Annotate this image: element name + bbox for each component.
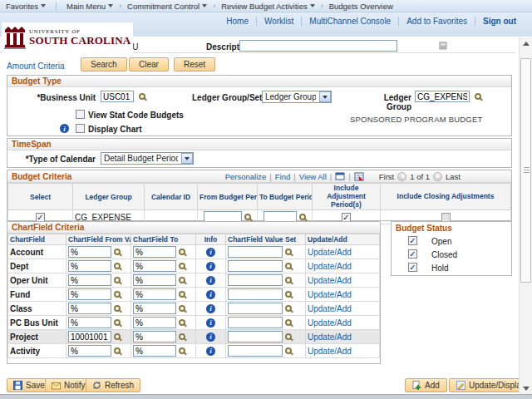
info-icon[interactable] — [206, 262, 215, 271]
info-icon[interactable] — [206, 276, 215, 285]
lookup-icon[interactable] — [285, 305, 292, 312]
value-set-input[interactable] — [228, 331, 283, 342]
value-set-input[interactable] — [228, 260, 283, 272]
update-add-link[interactable]: Update/Add — [308, 304, 352, 313]
update-add-link[interactable]: Update/Add — [308, 318, 352, 328]
download-to-excel-icon[interactable] — [354, 172, 364, 181]
multichannel-console-link[interactable]: MultiChannel Console — [301, 17, 398, 26]
info-icon[interactable] — [60, 124, 69, 133]
from-value-input[interactable] — [68, 345, 111, 357]
lookup-icon[interactable] — [179, 305, 185, 312]
from-value-input[interactable] — [68, 303, 111, 314]
view-stat-code-checkbox[interactable] — [76, 110, 85, 119]
update-add-link[interactable]: Update/Add — [308, 262, 352, 271]
scrollbar-up-arrow[interactable] — [520, 37, 532, 49]
to-value-input[interactable] — [133, 246, 176, 258]
display-chart-checkbox[interactable] — [76, 124, 85, 133]
ledger-group-set-select[interactable]: Ledger Group — [262, 91, 332, 103]
info-icon[interactable] — [206, 304, 215, 313]
pagination-next-icon[interactable] — [433, 172, 442, 181]
info-icon[interactable] — [206, 347, 215, 356]
info-icon[interactable] — [206, 290, 215, 299]
info-icon[interactable] — [206, 318, 215, 328]
update-add-link[interactable]: Update/Add — [308, 347, 352, 356]
open-checkbox[interactable] — [408, 236, 417, 245]
lookup-icon[interactable] — [285, 263, 292, 269]
to-value-input[interactable] — [133, 288, 176, 300]
spell-check-icon[interactable] — [439, 42, 447, 50]
worklist-link[interactable]: Worklist — [256, 17, 301, 26]
search-button[interactable]: Search — [81, 57, 127, 71]
to-value-input[interactable] — [133, 274, 176, 286]
personalize-link[interactable]: Personalize — [225, 172, 267, 181]
lookup-icon[interactable] — [285, 249, 292, 255]
lookup-icon[interactable] — [179, 263, 185, 269]
lookup-icon[interactable] — [114, 291, 121, 298]
zoom-grid-icon[interactable] — [335, 172, 345, 180]
lookup-icon[interactable] — [285, 277, 292, 283]
add-to-favorites-link[interactable]: Add to Favorites — [398, 17, 475, 26]
scrollbar-thumb[interactable] — [520, 58, 531, 283]
from-value-input[interactable] — [68, 274, 111, 286]
lookup-icon[interactable] — [114, 333, 121, 340]
breadcrumb-item-favorites[interactable]: Favorites — [6, 2, 46, 11]
dropdown-arrow-icon[interactable] — [181, 153, 193, 164]
business-unit-input[interactable] — [101, 91, 134, 102]
lookup-icon[interactable] — [179, 347, 185, 354]
closed-checkbox[interactable] — [408, 249, 417, 259]
add-button[interactable]: Add — [405, 378, 447, 392]
ledger-group-input[interactable] — [415, 91, 470, 102]
clear-button[interactable]: Clear — [129, 57, 169, 71]
to-value-input[interactable] — [133, 331, 176, 342]
lookup-icon[interactable] — [179, 319, 185, 326]
business-unit-lookup-icon[interactable] — [139, 93, 145, 100]
type-of-calendar-select[interactable]: Detail Budget Period — [101, 152, 194, 165]
update-add-link[interactable]: Update/Add — [308, 290, 352, 299]
update-add-link[interactable]: Update/Add — [308, 248, 352, 257]
refresh-button[interactable]: Refresh — [86, 378, 140, 392]
to-value-input[interactable] — [133, 317, 176, 328]
lookup-icon[interactable] — [179, 333, 185, 340]
scrollbar-down-arrow[interactable] — [520, 382, 532, 394]
amount-criteria-link[interactable]: Amount Criteria — [7, 62, 64, 71]
lookup-icon[interactable] — [179, 291, 185, 298]
description-input[interactable] — [239, 40, 397, 52]
lookup-icon[interactable] — [285, 347, 292, 354]
to-value-input[interactable] — [133, 303, 176, 314]
lookup-icon[interactable] — [114, 305, 121, 312]
lookup-icon[interactable] — [114, 347, 121, 354]
lookup-icon[interactable] — [285, 291, 292, 298]
lookup-icon[interactable] — [114, 277, 121, 283]
from-value-input[interactable] — [68, 288, 111, 300]
breadcrumb-item-review-budget-activities[interactable]: Review Budget Activities — [221, 2, 315, 11]
value-set-input[interactable] — [228, 303, 283, 314]
to-budget-period-lookup-icon[interactable] — [299, 214, 306, 220]
value-set-input[interactable] — [228, 345, 283, 357]
info-icon[interactable] — [206, 332, 215, 342]
update-add-link[interactable]: Update/Add — [308, 332, 352, 342]
breadcrumb-item-commitment-control[interactable]: Commitment Control — [127, 2, 207, 11]
from-value-input[interactable] — [68, 317, 111, 328]
pagination-prev-icon[interactable] — [397, 172, 406, 181]
from-value-input[interactable] — [68, 246, 111, 258]
hold-checkbox[interactable] — [408, 263, 417, 272]
sign-out-link[interactable]: Sign out — [475, 17, 524, 26]
find-link[interactable]: Find — [275, 172, 290, 181]
lookup-icon[interactable] — [285, 319, 292, 326]
ledger-group-lookup-icon[interactable] — [475, 93, 481, 100]
update-add-link[interactable]: Update/Add — [308, 276, 352, 285]
lookup-icon[interactable] — [179, 249, 185, 255]
lookup-icon[interactable] — [285, 333, 292, 340]
info-icon[interactable] — [206, 248, 215, 257]
breadcrumb-item-budgets-overview[interactable]: Budgets Overview — [329, 2, 393, 11]
value-set-input[interactable] — [228, 317, 283, 328]
breadcrumb-item-main-menu[interactable]: Main Menu — [66, 2, 113, 11]
lookup-icon[interactable] — [114, 263, 121, 269]
to-value-input[interactable] — [133, 260, 176, 272]
from-value-input[interactable] — [68, 331, 111, 342]
lookup-icon[interactable] — [179, 277, 185, 283]
to-value-input[interactable] — [133, 345, 176, 357]
value-set-input[interactable] — [228, 246, 283, 258]
from-value-input[interactable] — [68, 260, 111, 272]
lookup-icon[interactable] — [114, 249, 121, 255]
